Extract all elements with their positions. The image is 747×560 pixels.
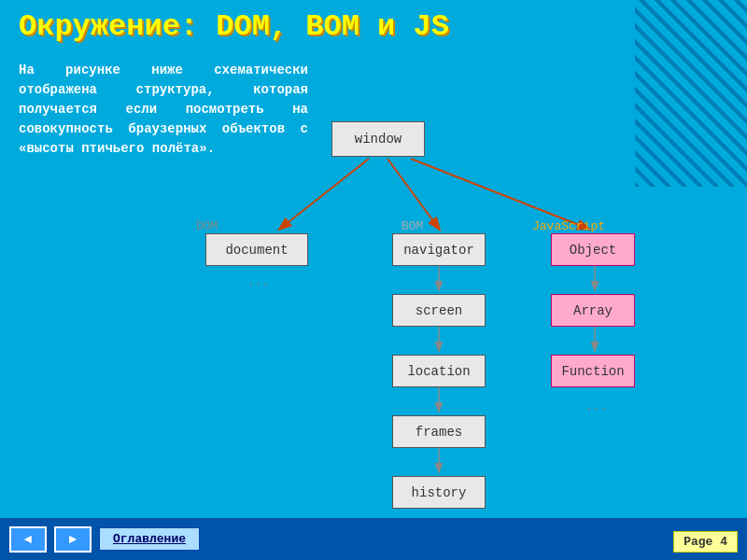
dom-label: DOM (196, 219, 218, 233)
window-box: window (331, 121, 425, 157)
slide-container: Окружение: DOM, BOM и JS На рисунке ниже… (0, 0, 747, 560)
array-box: Array (551, 294, 635, 327)
svg-line-1 (388, 159, 439, 229)
object-box: Object (551, 233, 635, 266)
bom-label: BOM (402, 219, 423, 233)
location-box: location (392, 355, 486, 387)
navigator-box: navigator (392, 233, 486, 266)
diagram: window DOM BOM JavaScript document ... n… (93, 56, 738, 504)
bottom-bar: ◄ ► Оглавление Page 4 (0, 518, 747, 560)
history-box: history (392, 476, 486, 509)
frames-box: frames (392, 415, 486, 448)
js-label: JavaScript (532, 219, 605, 233)
doc-dots: ... (247, 275, 269, 289)
slide-title: Окружение: DOM, BOM и JS (19, 9, 728, 44)
js-dots: ... (585, 399, 607, 413)
prev-button[interactable]: ◄ (9, 526, 47, 553)
document-box: document (205, 233, 308, 266)
screen-box: screen (392, 294, 486, 327)
next-button[interactable]: ► (54, 526, 92, 553)
svg-line-2 (411, 159, 588, 229)
function-box: Function (551, 355, 635, 387)
svg-line-0 (280, 159, 369, 229)
page-badge: Page 4 (673, 531, 738, 553)
contents-button[interactable]: Оглавление (99, 527, 200, 551)
